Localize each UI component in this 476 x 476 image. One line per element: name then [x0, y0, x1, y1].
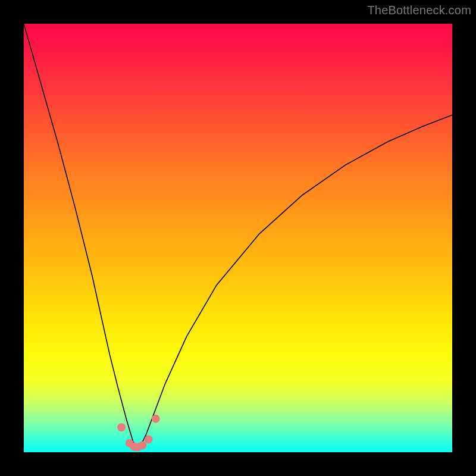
watermark-text: TheBottleneck.com: [367, 4, 471, 17]
chart-frame: TheBottleneck.com: [0, 0, 476, 476]
bottleneck-curve: [24, 24, 452, 447]
highlight-marker: [138, 441, 146, 449]
curve-svg: [24, 24, 452, 452]
plot-area: [24, 24, 452, 452]
highlight-marker: [117, 423, 126, 431]
marker-group: [117, 415, 160, 452]
highlight-marker: [145, 435, 153, 443]
highlight-marker: [152, 415, 160, 423]
